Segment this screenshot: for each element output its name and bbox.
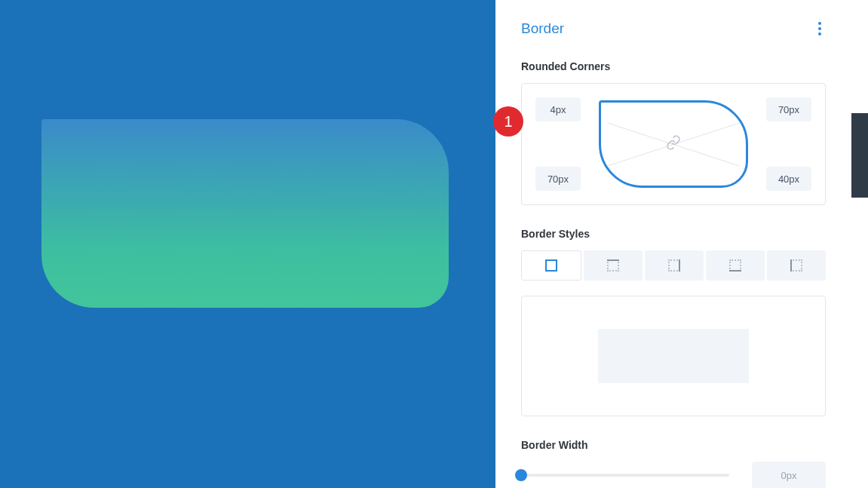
border-styles-group xyxy=(521,250,826,281)
corner-preview-box xyxy=(599,100,748,188)
border-style-top[interactable] xyxy=(584,250,643,281)
border-right-icon xyxy=(668,259,680,272)
border-bottom-icon xyxy=(729,259,741,272)
border-style-bottom[interactable] xyxy=(706,250,765,281)
corner-top-left-input[interactable] xyxy=(535,97,581,121)
rounded-corners-label: Rounded Corners xyxy=(521,60,826,72)
preview-canvas xyxy=(0,0,495,488)
border-style-all[interactable] xyxy=(521,250,581,281)
preview-shape xyxy=(41,119,449,308)
border-top-icon xyxy=(607,259,619,272)
border-width-control xyxy=(521,462,826,488)
slider-thumb[interactable] xyxy=(515,469,527,481)
border-style-left[interactable] xyxy=(767,250,826,281)
panel-header: Border xyxy=(521,18,826,39)
border-left-icon xyxy=(790,259,802,272)
border-all-icon xyxy=(545,259,557,272)
panel-title: Border xyxy=(521,20,564,37)
border-preview-inner xyxy=(598,329,749,383)
scrollbar-indicator[interactable] xyxy=(851,113,868,198)
link-values-icon[interactable] xyxy=(666,135,681,153)
border-width-input[interactable] xyxy=(752,462,826,488)
corner-bottom-left-input[interactable] xyxy=(535,167,581,191)
border-width-label: Border Width xyxy=(521,439,826,451)
step-annotation-1: 1 xyxy=(493,106,523,137)
border-styles-label: Border Styles xyxy=(521,228,826,240)
settings-panel: Border Rounded Corners Border Styles xyxy=(495,0,851,488)
corner-top-right-input[interactable] xyxy=(766,97,811,121)
border-preview-box xyxy=(521,296,826,416)
right-gutter xyxy=(851,0,868,488)
more-options-icon[interactable] xyxy=(814,18,826,39)
border-style-right[interactable] xyxy=(645,250,704,281)
rounded-corners-control xyxy=(521,83,826,205)
corner-bottom-right-input[interactable] xyxy=(766,167,811,191)
border-width-slider[interactable] xyxy=(521,474,729,477)
